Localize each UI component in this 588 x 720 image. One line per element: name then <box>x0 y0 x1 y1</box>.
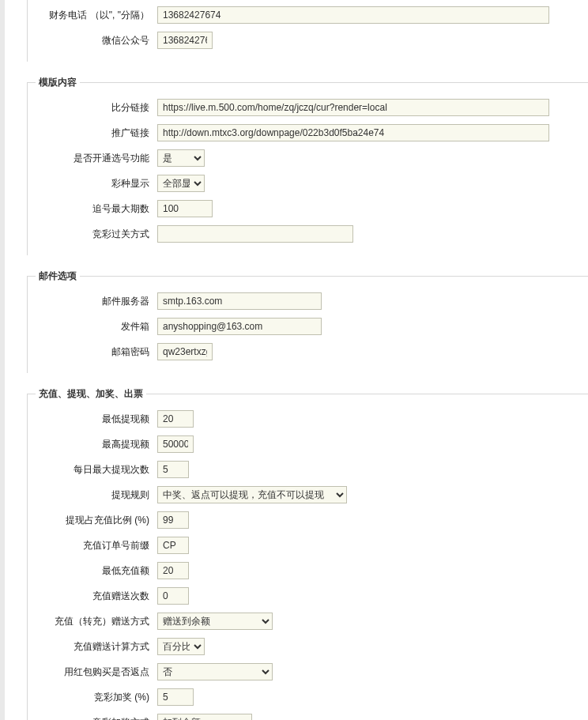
input-max-withdraw[interactable] <box>157 435 194 453</box>
row-min-recharge: 最低充值额 <box>28 560 588 581</box>
label-recharge-gift-calc: 充值赠送计算方式 <box>28 639 157 654</box>
row-max-chase: 追号最大期数 <box>28 198 588 219</box>
input-jc-bonus[interactable] <box>157 688 194 706</box>
input-withdraw-ratio[interactable] <box>157 511 189 529</box>
row-recharge-gift-count: 充值赠送次数 <box>28 586 588 606</box>
row-recharge-gift-mode: 充值（转充）赠送方式 赠送到余额 <box>28 611 588 631</box>
label-mail-pwd: 邮箱密码 <box>28 344 157 360</box>
input-score-link[interactable] <box>157 99 549 116</box>
row-mail-pwd: 邮箱密码 <box>28 341 588 362</box>
label-jc-bonus: 竞彩加奖 (%) <box>28 689 157 705</box>
row-promo-link: 推广链接 <box>28 123 588 143</box>
input-jc-pass[interactable] <box>157 225 353 243</box>
label-sender: 发件箱 <box>28 319 157 334</box>
label-min-withdraw: 最低提现额 <box>28 411 157 427</box>
row-enable-select: 是否开通选号功能 是 <box>28 148 588 168</box>
input-max-chase[interactable] <box>157 200 213 217</box>
row-withdraw-rule: 提现规则 中奖、返点可以提现，充值不可以提现 <box>28 484 588 505</box>
label-wechat: 微信公众号 <box>28 32 157 48</box>
label-max-chase: 追号最大期数 <box>28 201 157 217</box>
section-template: 模版内容 比分链接 推广链接 是否开通选号功能 是 彩种显示 <box>27 76 588 255</box>
label-redpacket-rebate: 用红包购买是否返点 <box>28 664 157 680</box>
label-order-prefix: 充值订单号前缀 <box>28 537 157 553</box>
select-lottery-display[interactable]: 全部显示 <box>157 175 205 192</box>
row-jc-pass: 竞彩过关方式 <box>28 224 588 244</box>
row-withdraw-ratio: 提现占充值比例 (%) <box>28 510 588 530</box>
input-order-prefix[interactable] <box>157 537 189 554</box>
label-min-recharge: 最低充值额 <box>28 563 157 579</box>
input-finance-phone[interactable] <box>157 6 549 24</box>
label-score-link: 比分链接 <box>28 100 157 115</box>
input-mail-pwd[interactable] <box>157 343 213 360</box>
row-daily-max: 每日最大提现次数 <box>28 459 588 480</box>
select-jc-bonus-mode[interactable]: 加到余额 <box>157 714 252 720</box>
select-recharge-gift-mode[interactable]: 赠送到余额 <box>157 613 273 630</box>
input-daily-max[interactable] <box>157 461 189 478</box>
input-smtp[interactable] <box>157 292 322 310</box>
row-max-withdraw: 最高提现额 <box>28 434 588 454</box>
row-jc-bonus-mode: 竞彩加奖方式 加到余额 <box>28 712 588 720</box>
label-finance-phone: 财务电话 （以", "分隔） <box>28 7 157 23</box>
label-max-withdraw: 最高提现额 <box>28 436 157 452</box>
label-daily-max: 每日最大提现次数 <box>28 462 157 477</box>
legend-template: 模版内容 <box>36 76 80 89</box>
input-recharge-gift-count[interactable] <box>157 587 189 605</box>
label-promo-link: 推广链接 <box>28 125 157 141</box>
row-smtp: 邮件服务器 <box>28 291 588 311</box>
label-recharge-gift-count: 充值赠送次数 <box>28 588 157 604</box>
input-wechat[interactable] <box>157 32 213 49</box>
label-withdraw-ratio: 提现占充值比例 (%) <box>28 512 157 528</box>
select-recharge-gift-calc[interactable]: 百分比 <box>157 638 205 655</box>
row-jc-bonus: 竞彩加奖 (%) <box>28 687 588 707</box>
row-wechat: 微信公众号 <box>28 30 588 51</box>
legend-mail: 邮件选项 <box>36 270 80 283</box>
input-sender[interactable] <box>157 318 322 335</box>
label-withdraw-rule: 提现规则 <box>28 487 157 503</box>
section-mail: 邮件选项 邮件服务器 发件箱 邮箱密码 <box>27 270 588 373</box>
section-basic-cont: 财务电话 （以", "分隔） 微信公众号 <box>27 0 588 62</box>
label-jc-pass: 竞彩过关方式 <box>28 226 157 242</box>
input-min-withdraw[interactable] <box>157 410 194 428</box>
input-min-recharge[interactable] <box>157 562 189 579</box>
select-withdraw-rule[interactable]: 中奖、返点可以提现，充值不可以提现 <box>157 486 347 503</box>
label-jc-bonus-mode: 竞彩加奖方式 <box>28 714 157 720</box>
label-enable-select: 是否开通选号功能 <box>28 150 157 166</box>
row-sender: 发件箱 <box>28 316 588 337</box>
legend-cash: 充值、提现、加奖、出票 <box>36 387 146 401</box>
select-redpacket-rebate[interactable]: 否 <box>157 663 273 680</box>
row-lottery-display: 彩种显示 全部显示 <box>28 173 588 194</box>
row-order-prefix: 充值订单号前缀 <box>28 535 588 556</box>
row-finance-phone: 财务电话 （以", "分隔） <box>28 5 588 25</box>
row-min-withdraw: 最低提现额 <box>28 409 588 429</box>
label-recharge-gift-mode: 充值（转充）赠送方式 <box>28 613 157 629</box>
label-smtp: 邮件服务器 <box>28 293 157 309</box>
row-redpacket-rebate: 用红包购买是否返点 否 <box>28 662 588 682</box>
section-cash: 充值、提现、加奖、出票 最低提现额 最高提现额 每日最大提现次数 提现规则 中奖… <box>27 387 588 720</box>
row-score-link: 比分链接 <box>28 97 588 118</box>
input-promo-link[interactable] <box>157 124 549 141</box>
select-enable-select[interactable]: 是 <box>157 149 205 167</box>
label-lottery-display: 彩种显示 <box>28 175 157 191</box>
row-recharge-gift-calc: 充值赠送计算方式 百分比 <box>28 636 588 657</box>
